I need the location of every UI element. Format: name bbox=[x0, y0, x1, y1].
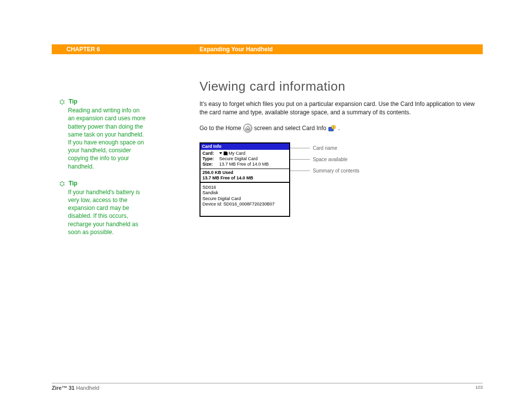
svg-point-7 bbox=[62, 185, 63, 186]
svg-point-10 bbox=[60, 184, 61, 185]
tip-block-1: Tip Reading and writing info on an expan… bbox=[59, 98, 148, 171]
chapter-section: Expanding Your Handheld bbox=[200, 46, 273, 53]
type-value: Secure Digital Card bbox=[219, 156, 258, 162]
svg-point-4 bbox=[60, 103, 61, 103]
detail-line-4: Device Id: SD016_0008F720230B07 bbox=[202, 202, 287, 207]
detail-line-1: SD016 bbox=[202, 185, 287, 190]
tip-body-2: If your handheld's battery is very low, … bbox=[59, 188, 148, 236]
cardinfo-title-bar: Card Info bbox=[200, 143, 289, 150]
asterisk-icon bbox=[59, 99, 65, 105]
size-label: Size: bbox=[202, 162, 217, 167]
svg-point-11 bbox=[63, 184, 64, 185]
footer-product-rest: Handheld bbox=[74, 385, 99, 391]
detail-line-2: Sandisk bbox=[202, 190, 287, 196]
detail-line-3: Secure Digital Card bbox=[202, 196, 287, 202]
card-label: Card: bbox=[202, 151, 217, 156]
goto-text-post: . bbox=[338, 125, 339, 132]
goto-text-mid: screen and select Card Info bbox=[254, 125, 327, 132]
callout-text: Space available bbox=[313, 157, 348, 162]
tips-sidebar: Tip Reading and writing info on an expan… bbox=[59, 98, 148, 245]
goto-instruction: Go to the Home screen and select Card In… bbox=[200, 124, 483, 133]
size-value: 13.7 MB Free of 14.0 MB bbox=[219, 162, 269, 167]
card-info-icon: i bbox=[328, 124, 336, 132]
svg-point-3 bbox=[63, 101, 64, 102]
callout-card-name: Card name bbox=[290, 145, 359, 151]
intro-paragraph: It's easy to forget which files you put … bbox=[200, 100, 483, 117]
page-number: 103 bbox=[475, 385, 483, 391]
tip-body-1: Reading and writing info on an expansion… bbox=[59, 106, 148, 171]
asterisk-icon bbox=[59, 181, 65, 187]
chapter-number: CHAPTER 6 bbox=[66, 46, 100, 53]
svg-point-8 bbox=[60, 182, 61, 183]
footer-product-bold: Zire™ 31 bbox=[52, 385, 74, 391]
tip-label: Tip bbox=[68, 98, 77, 105]
type-label: Type: bbox=[202, 156, 217, 162]
callout-space: Space available bbox=[290, 157, 359, 162]
callout-summary: Summary of contents bbox=[290, 168, 359, 173]
chevron-down-icon bbox=[219, 152, 222, 154]
home-icon bbox=[243, 124, 252, 133]
tip-label: Tip bbox=[68, 180, 77, 187]
card-dropdown: My Card bbox=[219, 151, 245, 156]
cardinfo-size-row: Size: 13.7 MB Free of 14.0 MB bbox=[202, 162, 287, 167]
svg-point-1 bbox=[62, 103, 63, 104]
cardinfo-type-row: Type: Secure Digital Card bbox=[202, 156, 287, 162]
mb-free: 13.7 MB Free of 14.0 MB bbox=[202, 175, 287, 181]
svg-point-0 bbox=[62, 100, 63, 101]
page-heading: Viewing card information bbox=[200, 79, 483, 94]
callout-labels: Card name Space available Summary of con… bbox=[290, 142, 359, 179]
goto-text-pre: Go to the Home bbox=[200, 125, 241, 132]
page-footer: Zire™ 31 Handheld 103 bbox=[52, 383, 483, 391]
callout-text: Summary of contents bbox=[313, 168, 359, 173]
callout-text: Card name bbox=[313, 145, 337, 151]
card-info-screenshot: Card Info Card: My Card Type: Secure Dig… bbox=[200, 142, 290, 217]
sd-card-icon bbox=[224, 151, 228, 155]
footer-product: Zire™ 31 Handheld bbox=[52, 385, 100, 391]
cardinfo-card-row: Card: My Card bbox=[202, 151, 287, 156]
svg-point-2 bbox=[60, 101, 61, 102]
tip-block-2: Tip If your handheld's battery is very l… bbox=[59, 179, 148, 236]
svg-point-5 bbox=[63, 103, 64, 103]
svg-point-9 bbox=[63, 182, 64, 183]
card-value: My Card bbox=[229, 151, 245, 156]
svg-point-6 bbox=[62, 181, 63, 182]
kb-used: 256.0 KB Used bbox=[202, 170, 287, 175]
main-content: Viewing card information It's easy to fo… bbox=[200, 79, 483, 217]
chapter-header: CHAPTER 6 Expanding Your Handheld bbox=[52, 44, 483, 54]
